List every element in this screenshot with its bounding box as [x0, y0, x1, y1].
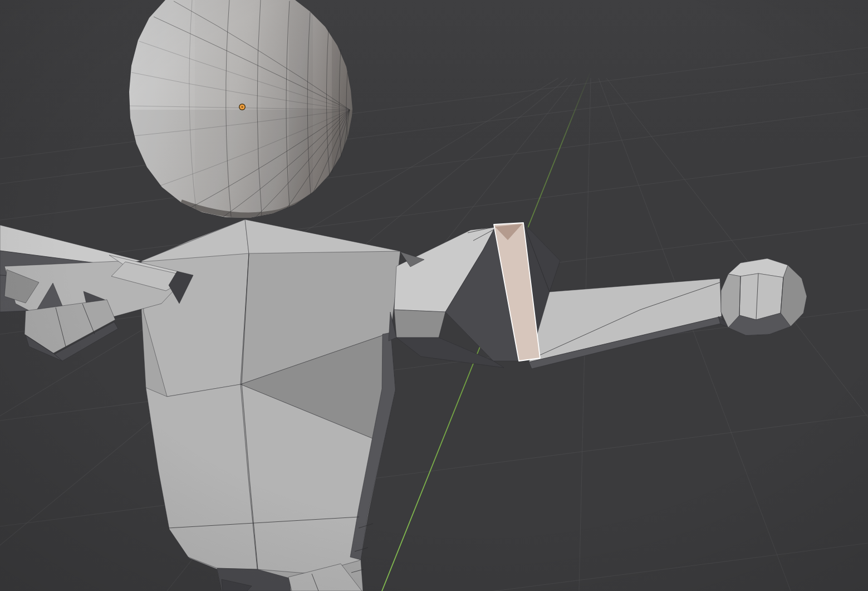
viewport-canvas[interactable]	[0, 0, 868, 591]
origin-dot-core	[241, 106, 243, 108]
origin-marker	[239, 104, 246, 110]
viewport[interactable]	[0, 0, 868, 591]
hand-ball-front-face[interactable]	[739, 273, 783, 320]
upper-arm-mid-face[interactable]	[394, 310, 445, 338]
